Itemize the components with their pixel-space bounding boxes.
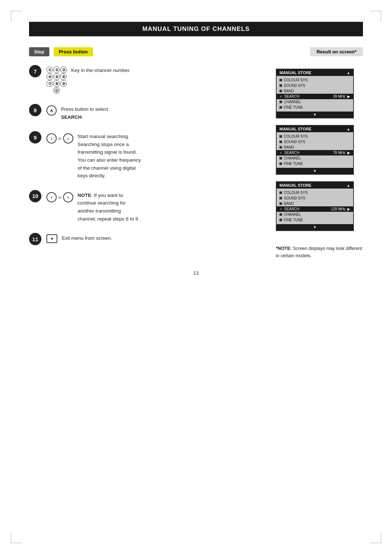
menu-body-2: COLOUR SYS SOUND SYS BAND ✓ SEARCH 78 MH… xyxy=(277,132,353,168)
corner-mark-tl xyxy=(11,11,22,22)
tv-icon xyxy=(46,234,57,243)
main-content: 7 ① ② ③ ④ ⑤ ⑥ ⑦ ⑧ ⑨ ⓪ Key xyxy=(29,65,363,259)
menu-header-2: MANUAL STORE ▲ xyxy=(277,126,353,132)
step-num-9: 9 xyxy=(29,131,41,143)
header-row: Step Press button Result on screen* xyxy=(29,47,363,56)
numpad-icon: ① ② ③ ④ ⑤ ⑥ ⑦ ⑧ ⑨ ⓪ xyxy=(46,66,67,94)
menu-item: FINE TUNE xyxy=(277,161,353,166)
step-9-content: ‹ or › Start manual searching. Searching… xyxy=(46,131,141,180)
menu-item: CHANNEL xyxy=(277,99,353,105)
menu-up-arrow-1: ▲ xyxy=(347,71,350,75)
menu-item: BAND xyxy=(277,88,353,94)
menu-item: COLOUR SYS xyxy=(277,190,353,195)
menu-screen-1: MANUAL STORE ▲ COLOUR SYS SOUND SYS BAND… xyxy=(276,69,354,118)
menu-item: FINE TUNE xyxy=(277,105,353,110)
menu-footer-1: ▼ xyxy=(277,112,353,118)
step-11: 11 Exit menu from screen. xyxy=(29,233,269,245)
right-arrow-btn-2: › xyxy=(63,192,73,202)
step-9: 9 ‹ or › Start manual searching. Searchi… xyxy=(29,131,269,180)
lr-arrows-pair-2: ‹ or › xyxy=(46,192,73,202)
menu-item: CHANNEL xyxy=(277,212,353,217)
corner-mark-tr xyxy=(370,11,381,22)
corner-mark-br xyxy=(370,532,381,543)
menu-footer-2: ▼ xyxy=(277,168,353,174)
menu-item: CHANNEL xyxy=(277,155,353,161)
right-column: MANUAL STORE ▲ COLOUR SYS SOUND SYS BAND… xyxy=(276,65,363,259)
note-section: *NOTE: Screen displays may look differen… xyxy=(276,245,363,259)
menu-screen-3: MANUAL STORE ▲ COLOUR SYS SOUND SYS BAND… xyxy=(276,181,354,231)
step-8: 8 ∧ Press button to selectSEARCH. xyxy=(29,104,269,121)
step-8-content: ∧ Press button to selectSEARCH. xyxy=(46,104,108,121)
menu-item: COLOUR SYS xyxy=(277,134,353,139)
page-title: MANUAL TUNING OF CHANNELS xyxy=(29,22,363,36)
result-label: Result on screen* xyxy=(310,47,363,56)
menu-up-arrow-3: ▲ xyxy=(347,183,350,187)
menu-body-3: COLOUR SYS SOUND SYS BAND ✓ SEARCH 128 M… xyxy=(277,189,353,224)
menu-item: BAND xyxy=(277,201,353,206)
step-9-text: Start manual searching. Searching stops … xyxy=(78,133,141,180)
step-11-text: Exit menu from screen. xyxy=(62,234,112,242)
step-11-content: Exit menu from screen. xyxy=(46,233,112,243)
menu-item: BAND xyxy=(277,145,353,150)
menu-item-selected-1: ✓ SEARCH 39 MHz ▶ xyxy=(277,94,353,99)
right-arrow-btn: › xyxy=(63,133,73,143)
step-10-content: ‹ or › NOTE: If you want to continue sea… xyxy=(46,190,141,223)
step-num-10: 10 xyxy=(29,190,41,202)
step-10-text: NOTE: If you want to continue searching … xyxy=(78,191,141,223)
menu-item: COLOUR SYS xyxy=(277,77,353,83)
step-7-text: Key in the channel number. xyxy=(71,66,131,74)
step-num-8: 8 xyxy=(29,104,41,116)
menu-item: SOUND SYS xyxy=(277,139,353,145)
menu-screen-2: MANUAL STORE ▲ COLOUR SYS SOUND SYS BAND… xyxy=(276,125,354,175)
menu-body-1: COLOUR SYS SOUND SYS BAND ✓ SEARCH 39 MH… xyxy=(277,76,353,112)
menu-item-selected-3: ✓ SEARCH 128 MHz ▶ xyxy=(277,206,353,212)
press-button-label: Press button xyxy=(54,47,93,56)
step-8-text: Press button to selectSEARCH. xyxy=(61,105,108,121)
step-7: 7 ① ② ③ ④ ⑤ ⑥ ⑦ ⑧ ⑨ ⓪ Key xyxy=(29,65,269,94)
lr-arrows-pair: ‹ or › xyxy=(46,133,73,143)
step-num-7: 7 xyxy=(29,65,41,77)
menu-header-3: MANUAL STORE ▲ xyxy=(277,182,353,189)
menu-item-selected-2: ✓ SEARCH 78 MHz ▶ xyxy=(277,150,353,155)
menu-footer-3: ▼ xyxy=(277,224,353,230)
page: MANUAL TUNING OF CHANNELS Step Press but… xyxy=(0,0,392,554)
menu-item: SOUND SYS xyxy=(277,195,353,201)
step-num-11: 11 xyxy=(29,233,41,245)
menu-header-1: MANUAL STORE ▲ xyxy=(277,69,353,76)
step-10: 10 ‹ or › NOTE: If you want to continue … xyxy=(29,190,269,223)
left-arrow-btn-2: ‹ xyxy=(46,192,57,202)
step-7-content: ① ② ③ ④ ⑤ ⑥ ⑦ ⑧ ⑨ ⓪ Key in the channel n… xyxy=(46,65,131,94)
corner-mark-bl xyxy=(11,532,22,543)
left-column: 7 ① ② ③ ④ ⑤ ⑥ ⑦ ⑧ ⑨ ⓪ Key xyxy=(29,65,276,259)
up-arrow-btn: ∧ xyxy=(46,105,57,116)
left-arrow-btn: ‹ xyxy=(46,133,57,143)
step-label: Step xyxy=(29,47,49,56)
menu-item: FINE TUNE xyxy=(277,217,353,223)
menu-up-arrow-2: ▲ xyxy=(347,127,350,131)
menu-item: SOUND SYS xyxy=(277,83,353,88)
page-number: 13 xyxy=(29,270,363,276)
